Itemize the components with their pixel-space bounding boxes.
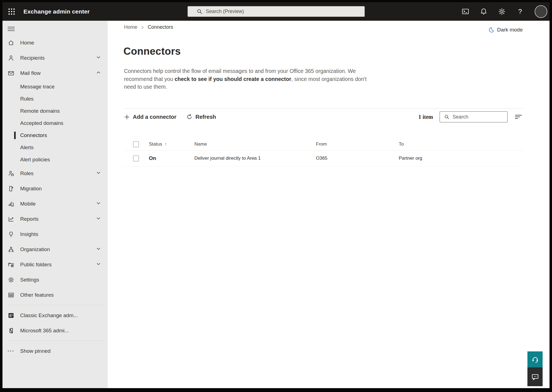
- powershell-button[interactable]: [462, 8, 469, 15]
- list-search-input[interactable]: [453, 114, 507, 120]
- help-icon: ?: [518, 8, 522, 15]
- row-status: On: [149, 155, 194, 161]
- sort-ascending-icon: ↑: [165, 142, 167, 146]
- waffle-icon: [8, 8, 15, 15]
- notifications-button[interactable]: [480, 8, 487, 15]
- column-header-name[interactable]: Name: [194, 141, 316, 147]
- sidebar-item-reports[interactable]: Reports: [2, 211, 108, 227]
- sidebar-item-microsoft-365-admin[interactable]: Microsoft 365 admi...: [2, 323, 108, 338]
- mobile-icon: [8, 201, 14, 207]
- global-search-box[interactable]: [187, 6, 365, 17]
- search-icon: [444, 114, 450, 120]
- sidebar-item-classic-exchange-admin[interactable]: E Classic Exchange adm...: [2, 308, 108, 323]
- sidebar-item-settings[interactable]: Settings: [2, 272, 108, 287]
- lightbulb-icon: [8, 231, 14, 238]
- add-connector-button[interactable]: Add a connector: [124, 114, 176, 120]
- sidebar-item-mobile[interactable]: Mobile: [2, 196, 108, 211]
- global-search-input[interactable]: [206, 9, 361, 14]
- account-avatar[interactable]: [535, 5, 547, 18]
- exchange-admin-center-window: Exchange admin center: [2, 2, 550, 388]
- list-search-box[interactable]: [440, 111, 508, 122]
- description-emphasis: check to see if you should create a conn…: [175, 76, 291, 82]
- filter-button[interactable]: [514, 112, 523, 122]
- sidebar-item-show-pinned[interactable]: ··· Show pinned: [2, 343, 108, 359]
- row-from: O365: [316, 156, 399, 161]
- sidebar-item-mail-flow[interactable]: Mail flow: [2, 65, 108, 81]
- page-description: Connectors help control the flow of emai…: [124, 67, 369, 91]
- bell-icon: [480, 8, 487, 15]
- main-content: Home Connectors Dark mode Connectors Con…: [108, 21, 550, 388]
- filter-lines-icon: [515, 114, 522, 120]
- headset-icon: [531, 355, 539, 364]
- row-to: Partner org: [399, 156, 523, 161]
- column-header-status[interactable]: Status↑: [149, 141, 194, 147]
- app-launcher-button[interactable]: [5, 5, 18, 18]
- feedback-button[interactable]: [527, 367, 543, 386]
- refresh-button[interactable]: Refresh: [186, 114, 216, 120]
- table-header-row: Status↑ Name From To: [124, 138, 523, 151]
- search-icon: [197, 9, 203, 15]
- table-icon: [8, 292, 14, 298]
- column-header-from[interactable]: From: [316, 141, 399, 147]
- chevron-down-icon: [96, 216, 101, 222]
- chevron-down-icon: [96, 170, 101, 177]
- list-toolbar: Add a connector Refresh 1 item: [124, 111, 523, 122]
- chat-bubble-icon: [531, 373, 539, 381]
- sidebar-item-insights[interactable]: Insights: [2, 227, 108, 242]
- sidebar-item-connectors[interactable]: Connectors: [2, 129, 108, 141]
- m365-logo-icon: [8, 327, 14, 334]
- sidebar-item-recipients[interactable]: Recipients: [2, 50, 108, 65]
- top-bar: Exchange admin center: [2, 2, 550, 21]
- home-icon: [8, 40, 14, 46]
- sidebar-divider: [8, 341, 104, 341]
- terminal-icon: [462, 8, 469, 15]
- select-all-checkbox[interactable]: [133, 141, 139, 147]
- breadcrumb: Home Connectors: [124, 24, 173, 30]
- plus-icon: [124, 114, 130, 120]
- sidebar-item-public-folders[interactable]: Public folders: [2, 257, 108, 272]
- svg-text:E: E: [9, 314, 12, 318]
- dark-mode-label: Dark mode: [497, 27, 523, 33]
- column-header-to[interactable]: To: [399, 141, 523, 147]
- sidebar-item-accepted-domains[interactable]: Accepted domains: [2, 117, 108, 129]
- sidebar-item-other-features[interactable]: Other features: [2, 287, 108, 302]
- chevron-down-icon: [96, 246, 101, 252]
- collapse-nav-button[interactable]: [8, 25, 20, 32]
- sidebar-item-remote-domains[interactable]: Remote domains: [2, 105, 108, 117]
- sidebar-item-home[interactable]: Home: [2, 35, 108, 50]
- chevron-down-icon: [96, 201, 101, 207]
- page-title: Connectors: [123, 46, 181, 57]
- breadcrumb-home-link[interactable]: Home: [124, 24, 137, 30]
- migration-icon: [8, 185, 14, 192]
- row-name[interactable]: Deliver journal directly to Area 1: [194, 156, 316, 161]
- sidebar-item-message-trace[interactable]: Message trace: [2, 81, 108, 93]
- sidebar-item-alerts[interactable]: Alerts: [2, 141, 108, 154]
- sidebar-item-rules[interactable]: Rules: [2, 93, 108, 105]
- line-chart-icon: [8, 216, 14, 222]
- exchange-logo-icon: E: [8, 312, 14, 319]
- support-button[interactable]: [527, 351, 543, 367]
- section-divider: [124, 108, 523, 109]
- gear-icon: [498, 8, 506, 15]
- org-chart-icon: [8, 246, 14, 253]
- sidebar-item-organization[interactable]: Organization: [2, 242, 108, 257]
- person-icon: [8, 55, 14, 61]
- refresh-icon: [186, 114, 192, 120]
- topbar-actions: ?: [462, 2, 547, 21]
- sidebar-item-alert-policies[interactable]: Alert policies: [2, 154, 108, 166]
- item-count: 1 item: [418, 114, 433, 120]
- moon-icon: [488, 27, 494, 33]
- folder-globe-icon: [8, 261, 14, 268]
- sidebar-item-roles[interactable]: Roles: [2, 166, 108, 181]
- help-button[interactable]: ?: [516, 8, 524, 15]
- row-checkbox[interactable]: [133, 156, 139, 161]
- sidebar-item-migration[interactable]: Migration: [2, 181, 108, 196]
- connectors-table: Status↑ Name From To On Deliver journal …: [124, 138, 523, 166]
- chevron-up-icon: [96, 70, 101, 76]
- sidebar-divider: [8, 305, 104, 305]
- table-row[interactable]: On Deliver journal directly to Area 1 O3…: [124, 151, 523, 166]
- app-title: Exchange admin center: [23, 8, 90, 15]
- dark-mode-toggle[interactable]: Dark mode: [488, 27, 523, 33]
- breadcrumb-current: Connectors: [148, 24, 173, 30]
- settings-button[interactable]: [498, 8, 506, 15]
